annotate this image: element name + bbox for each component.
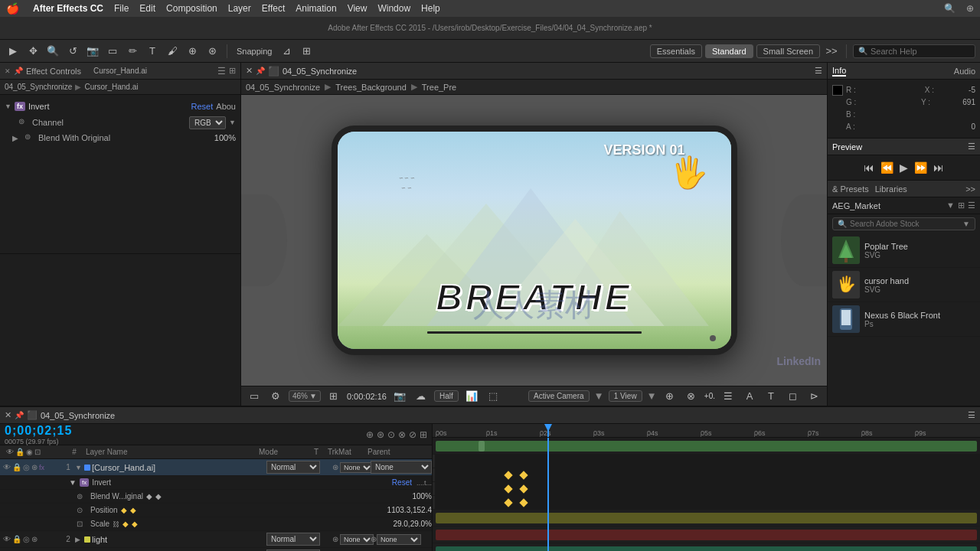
layer-1-fx[interactable]: fx xyxy=(39,464,44,471)
cb-trees[interactable]: Trees_Background xyxy=(335,83,407,92)
tl-icon3[interactable]: ⊙ xyxy=(387,429,395,440)
layer-row-2[interactable]: 👁 🔒 ◎ ⊛ 2 ▶ light Normal ⊛ None xyxy=(0,531,432,548)
layer-1-expand[interactable]: ▼ xyxy=(75,464,83,471)
position-val[interactable]: 1103.3,152.4 xyxy=(387,506,432,514)
resolution-selector[interactable]: Half xyxy=(434,390,459,402)
menu-layer[interactable]: Layer xyxy=(228,3,251,14)
position-kf[interactable]: ◆ xyxy=(121,506,127,514)
layer-1-solo[interactable]: ◎ xyxy=(23,463,30,471)
menu-effect[interactable]: Effect xyxy=(262,3,285,14)
expand-icon[interactable]: ⊞ xyxy=(229,66,236,76)
layer-2-parent-select[interactable]: None xyxy=(377,534,421,545)
tool-pen[interactable]: ✏ xyxy=(124,43,141,60)
layer-1-mode[interactable]: Normal xyxy=(266,461,320,474)
menu-composition[interactable]: Composition xyxy=(166,3,217,14)
market-dropdown-arrow[interactable]: ▼ xyxy=(946,201,955,210)
channel-dropdown[interactable]: RGB xyxy=(189,116,226,129)
draft-mode[interactable]: 📊 xyxy=(463,388,480,405)
preview-tab[interactable]: Preview xyxy=(832,142,862,152)
comp-aa[interactable]: A xyxy=(741,388,758,405)
asset-nexus[interactable]: Nexus 6 Black Front Ps xyxy=(828,302,980,337)
layer-2-mode[interactable]: Normal xyxy=(266,533,320,546)
layer-2-eye[interactable]: 👁 xyxy=(3,535,11,543)
market-selector[interactable]: AEG_Market ▼ ⊞ ☰ xyxy=(828,197,980,214)
tool-clone[interactable]: ⊕ xyxy=(184,43,201,60)
tool-select[interactable]: ▶ xyxy=(5,43,21,60)
expand-arrow[interactable]: ▼ xyxy=(5,103,11,110)
comp-view-opts[interactable]: ☰ xyxy=(720,388,737,405)
tool-paint[interactable]: 🖌 xyxy=(164,43,181,60)
fx-expand[interactable]: ▼ xyxy=(69,478,77,487)
track-row-4[interactable] xyxy=(433,543,980,551)
tl-icon1[interactable]: ⊕ xyxy=(366,429,374,440)
tool-rotate[interactable]: ↺ xyxy=(64,43,81,60)
layer-1-quality[interactable]: ⊛ xyxy=(31,463,38,471)
view-arrow[interactable]: ▼ xyxy=(647,390,657,402)
scale-val[interactable]: 29.0,29.0% xyxy=(393,520,432,528)
info-tab[interactable]: Info xyxy=(832,66,846,77)
comp-render-btn[interactable]: ▭ xyxy=(246,388,263,405)
blend-sub-kf2[interactable]: ◆ xyxy=(155,492,162,500)
menu-edit[interactable]: Edit xyxy=(139,3,155,14)
tool-zoom[interactable]: 🔍 xyxy=(44,43,61,60)
preview-first[interactable]: ⏮ xyxy=(864,161,874,174)
menu-window[interactable]: Window xyxy=(377,3,410,14)
asset-poplar-tree[interactable]: Poplar Tree SVG xyxy=(828,233,980,268)
preview-play[interactable]: ▶ xyxy=(900,161,908,174)
libraries-tab[interactable]: Libraries xyxy=(875,184,907,194)
search-help-bar[interactable]: 🔍 xyxy=(853,44,975,58)
search-stock-dropdown[interactable]: ▼ xyxy=(962,220,970,228)
blend-sub-kf[interactable]: ◆ xyxy=(146,492,152,500)
comp-t[interactable]: T xyxy=(763,388,779,405)
layer-2-expand[interactable]: ▶ xyxy=(75,536,83,543)
timeline-track-area[interactable]: 00s 01s 02s 03s 04s 05s 06s 07s xyxy=(433,424,980,551)
preview-last[interactable]: ⏭ xyxy=(933,161,944,174)
scale-kf[interactable]: ◆ xyxy=(122,520,129,528)
search-stock-input[interactable] xyxy=(850,220,959,228)
breadcrumb-comp[interactable]: 04_05_Synchronize xyxy=(5,83,72,91)
menu-view[interactable]: View xyxy=(348,3,368,14)
comp-render-order[interactable]: ⊳ xyxy=(805,388,822,405)
blend-value[interactable]: 100% xyxy=(214,133,236,142)
magnification-selector[interactable]: 46% ▼ xyxy=(289,390,321,402)
opengl-toggle[interactable]: ⬚ xyxy=(485,388,501,405)
layer-2-lock[interactable]: 🔒 xyxy=(12,535,21,543)
track-row-3[interactable] xyxy=(433,527,980,543)
blend-sub-val[interactable]: 100% xyxy=(412,492,432,500)
effect-about-btn[interactable]: Abou xyxy=(216,102,236,111)
playhead[interactable] xyxy=(547,424,549,437)
comp-extra2[interactable]: ⊗ xyxy=(683,388,700,405)
tool-puppet[interactable]: ⊛ xyxy=(204,43,220,60)
workspace-standard[interactable]: Standard xyxy=(705,44,753,58)
blend-expand[interactable]: ▶ xyxy=(12,134,21,142)
asset-cursor-hand[interactable]: 🖐 cursor hand SVG xyxy=(828,268,980,302)
timeline-close[interactable]: ✕ xyxy=(5,410,11,420)
camera-icon[interactable]: 📷 xyxy=(391,388,408,405)
menu-animation[interactable]: Animation xyxy=(296,3,336,14)
camera-arrow[interactable]: ▼ xyxy=(594,390,604,402)
preview-next[interactable]: ⏩ xyxy=(914,161,927,174)
tool-camera[interactable]: 📷 xyxy=(84,43,101,60)
layer-1-lock[interactable]: 🔒 xyxy=(12,463,21,471)
comp-extra1[interactable]: ⊕ xyxy=(662,388,678,405)
effect-reset-btn[interactable]: Reset xyxy=(191,102,214,111)
layer-2-quality[interactable]: ⊛ xyxy=(31,535,38,543)
panel-menu-icon[interactable]: ☰ xyxy=(217,66,226,77)
snap-toggle[interactable]: ⊿ xyxy=(279,43,296,60)
search-stock-bar[interactable]: 🔍 ▼ xyxy=(832,217,975,230)
market-list-view[interactable]: ☰ xyxy=(968,201,975,210)
position-kf2[interactable]: ◆ xyxy=(130,506,136,514)
layer-row-1[interactable]: 👁 🔒 ◎ ⊛ fx 1 ▼ [Cursor_Hand.ai] Normal ⊛… xyxy=(0,459,432,476)
audio-tab[interactable]: Audio xyxy=(954,67,975,76)
preview-prev[interactable]: ⏪ xyxy=(880,161,893,174)
comp-menu-icon[interactable]: ☰ xyxy=(815,66,822,76)
fit-to-comp[interactable]: ⊞ xyxy=(325,388,342,405)
tool-move[interactable]: ✥ xyxy=(24,43,41,60)
timeline-menu[interactable]: ☰ xyxy=(968,410,975,420)
comp-close-btn[interactable]: ✕ xyxy=(246,66,253,76)
layer-2-solo[interactable]: ◎ xyxy=(23,535,30,543)
tl-icon2[interactable]: ⊛ xyxy=(377,429,384,440)
tl-icon5[interactable]: ⊘ xyxy=(409,429,416,440)
comp-viewport[interactable]: ∽ ∽ ∽ ∽ ∽ VERSION 01 🖐 BREATHE xyxy=(241,95,827,386)
comp-settings-btn[interactable]: ⚙ xyxy=(267,388,284,405)
